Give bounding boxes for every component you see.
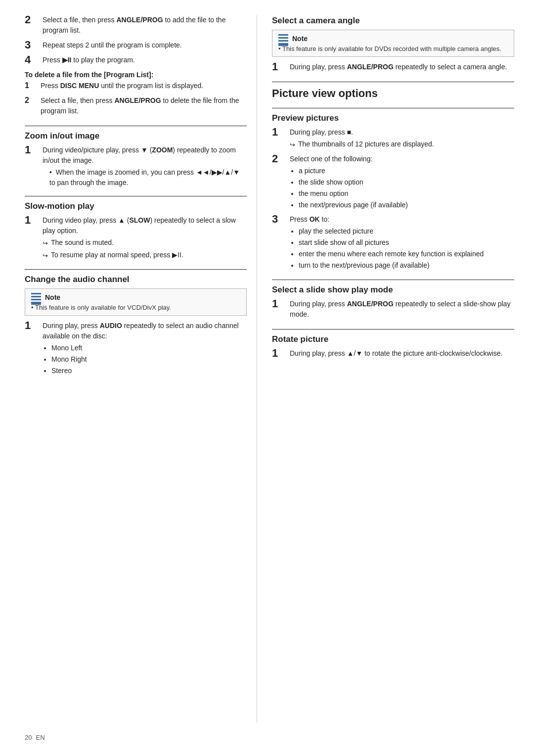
camera-step-1: 1 During play, press ANGLE/PROG repeated… — [272, 62, 514, 74]
preview-step-2-text: Select one of the following: — [290, 154, 514, 164]
rotate-step-1-text: During play, press ▲/▼ to rotate the pic… — [290, 348, 514, 359]
zoom-bullet: • When the image is zoomed in, you can p… — [49, 168, 240, 187]
audio-bullet-1: Mono Left — [51, 343, 247, 353]
ok-bullet-2: start slide show of all pictures — [299, 237, 514, 248]
delete-step-2-content: Select a file, then press ANGLE/PROG to … — [41, 95, 247, 118]
preview-step-num-1: 1 — [272, 126, 288, 138]
camera-title: Select a camera angle — [272, 16, 514, 26]
preview-step-1: 1 During play, press ■. ↪ The thumbnails… — [272, 127, 514, 151]
slow-step-1-text: During video play, press ▲ (SLOW) repeat… — [43, 215, 247, 236]
slow-sub-note-2: ↪ To resume play at normal speed, press … — [43, 250, 247, 261]
preview-bullet-list: a picture the slide show option the menu… — [299, 166, 514, 210]
audio-bullet-list: Mono Left Mono Right Stereo — [51, 343, 247, 376]
picture-rule — [272, 82, 514, 82]
preview-bullet-2: the slide show option — [299, 177, 514, 188]
delete-step-2: 2 Select a file, then press ANGLE/PROG t… — [25, 95, 247, 118]
audio-note-header: Note — [31, 293, 240, 302]
slow-sub-text-1: The sound is muted. — [51, 237, 114, 248]
ok-bullet-list: play the selected picture start slide sh… — [299, 226, 514, 271]
slow-step-1: 1 During video play, press ▲ (SLOW) repe… — [25, 215, 247, 261]
rotate-step-1-content: During play, press ▲/▼ to rotate the pic… — [290, 348, 514, 360]
audio-step-1-content: During play, press AUDIO repeatedly to s… — [43, 321, 247, 377]
audio-note-box: Note • This feature is only available fo… — [25, 288, 247, 316]
slideshow-title: Select a slide show play mode — [272, 285, 514, 295]
preview-step-1-text: During play, press ■. — [290, 127, 514, 138]
delete-step-num-1: 1 — [25, 81, 39, 90]
audio-note-label: Note — [45, 293, 60, 301]
preview-step-2-content: Select one of the following: a picture t… — [290, 154, 514, 211]
audio-note-text: • This feature is only available for VCD… — [31, 304, 240, 311]
preview-rule — [272, 108, 514, 108]
page: 2 Select a file, then press ANGLE/PROG t… — [0, 0, 534, 756]
footer: 20 EN — [0, 728, 534, 741]
zoom-title: Zoom in/out image — [25, 131, 247, 141]
delete-step-num-2: 2 — [25, 95, 39, 105]
camera-step-1-text: During play, press ANGLE/PROG repeatedly… — [290, 62, 514, 72]
audio-step-1: 1 During play, press AUDIO repeatedly to… — [25, 321, 247, 377]
footer-lang: EN — [36, 734, 44, 741]
zoom-step-1: 1 During video/picture play, press ▼ (ZO… — [25, 145, 247, 188]
slow-title: Slow-motion play — [25, 201, 247, 211]
audio-step-num-1: 1 — [25, 320, 41, 331]
step-2-text: Select a file, then press ANGLE/PROG to … — [43, 15, 247, 36]
camera-note-header: Note — [278, 34, 508, 43]
ok-bullet-4: turn to the next/previous page (if avail… — [299, 260, 514, 271]
preview-arrow-icon: ↪ — [290, 140, 295, 150]
rotate-step-1: 1 During play, press ▲/▼ to rotate the p… — [272, 348, 514, 360]
slideshow-step-1: 1 During play, press ANGLE/PROG repeated… — [272, 299, 514, 321]
to-delete-heading: To delete a file from the [Program List]… — [25, 71, 247, 79]
step-3: 3 Repeat steps 2 until the program is co… — [25, 40, 247, 52]
zoom-step-num-1: 1 — [25, 144, 41, 156]
zoom-step-1-content: During video/picture play, press ▼ (ZOOM… — [43, 145, 247, 188]
step-3-text: Repeat steps 2 until the program is comp… — [43, 40, 247, 50]
preview-step-1-content: During play, press ■. ↪ The thumbnails o… — [290, 127, 514, 151]
step-2: 2 Select a file, then press ANGLE/PROG t… — [25, 15, 247, 37]
preview-step-3-text: Press OK to: — [290, 214, 514, 225]
preview-bullet-1: a picture — [299, 166, 514, 176]
delete-step-1-content: Press DISC MENU until the program list i… — [41, 81, 247, 93]
footer-page-num: 20 — [25, 734, 32, 741]
ok-bullet-1: play the selected picture — [299, 226, 514, 236]
arrow-icon-1: ↪ — [43, 238, 48, 248]
zoom-rule — [25, 126, 247, 126]
preview-step-3: 3 Press OK to: play the selected picture… — [272, 214, 514, 272]
left-column: 2 Select a file, then press ANGLE/PROG t… — [0, 15, 257, 723]
step-4-text: Press ▶II to play the program. — [43, 55, 247, 65]
preview-title: Preview pictures — [272, 113, 514, 123]
preview-sub-note-1: ↪ The thumbnails of 12 pictures are disp… — [290, 139, 514, 150]
rotate-rule — [272, 329, 514, 330]
note-icon — [31, 293, 42, 302]
step-num-3: 3 — [25, 39, 41, 51]
step-num-2: 2 — [25, 14, 41, 26]
arrow-icon-2: ↪ — [43, 251, 48, 261]
preview-step-2: 2 Select one of the following: a picture… — [272, 154, 514, 211]
audio-step-1-text: During play, press AUDIO repeatedly to s… — [43, 321, 247, 341]
step-num-4: 4 — [25, 54, 41, 66]
delete-step-1: 1 Press DISC MENU until the program list… — [25, 81, 247, 93]
slideshow-step-1-content: During play, press ANGLE/PROG repeatedly… — [290, 299, 514, 321]
preview-step-num-3: 3 — [272, 213, 288, 225]
ok-bullet-3: enter the menu where each remote key fun… — [299, 249, 514, 259]
slideshow-step-1-text: During play, press ANGLE/PROG repeatedly… — [290, 299, 514, 320]
camera-note-label: Note — [292, 35, 308, 43]
preview-step-3-content: Press OK to: play the selected picture s… — [290, 214, 514, 272]
preview-bullet-4: the next/previous page (if available) — [299, 200, 514, 210]
slow-rule — [25, 196, 247, 196]
delete-step-1-text: Press DISC MENU until the program list i… — [41, 81, 247, 91]
camera-note-text: • This feature is only available for DVD… — [278, 45, 508, 52]
zoom-sub-note: • When the image is zoomed in, you can p… — [49, 167, 247, 188]
preview-bullet-3: the menu option — [299, 189, 514, 199]
slow-step-1-content: During video play, press ▲ (SLOW) repeat… — [43, 215, 247, 261]
right-column: Select a camera angle Note • This featur… — [257, 15, 534, 723]
step-3-content: Repeat steps 2 until the program is comp… — [43, 40, 247, 52]
camera-note-box: Note • This feature is only available fo… — [272, 30, 514, 57]
slow-step-num-1: 1 — [25, 214, 41, 226]
camera-step-num-1: 1 — [272, 61, 288, 73]
rotate-step-num-1: 1 — [272, 347, 288, 359]
slideshow-step-num-1: 1 — [272, 298, 288, 310]
camera-step-1-content: During play, press ANGLE/PROG repeatedly… — [290, 62, 514, 74]
slideshow-rule — [272, 280, 514, 280]
step-2-content: Select a file, then press ANGLE/PROG to … — [43, 15, 247, 37]
audio-bullet-3: Stereo — [51, 366, 247, 376]
step-4: 4 Press ▶II to play the program. — [25, 55, 247, 67]
